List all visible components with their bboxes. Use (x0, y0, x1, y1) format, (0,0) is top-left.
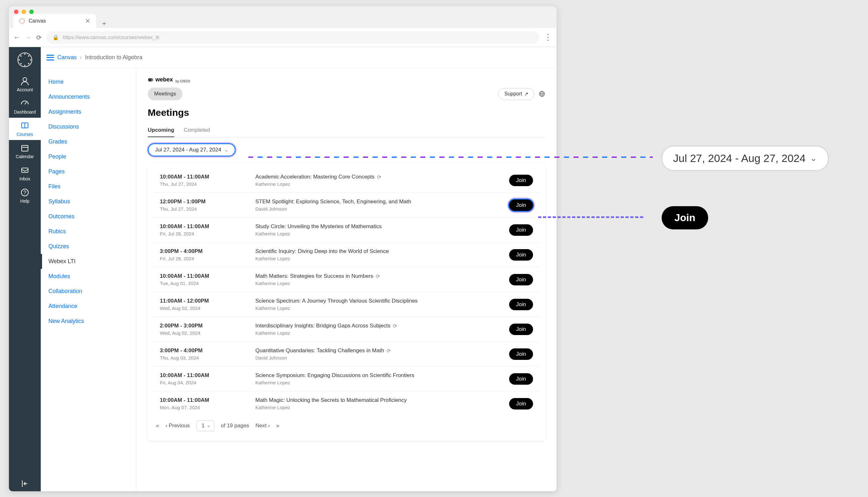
join-button[interactable]: Join (509, 398, 533, 410)
sidebar-link-assignments[interactable]: Assignments (41, 104, 136, 119)
join-button[interactable]: Join (509, 175, 533, 186)
join-button[interactable]: Join (509, 274, 533, 285)
join-button[interactable]: Join (509, 199, 533, 211)
sidebar-link-syllabus[interactable]: Syllabus (41, 194, 136, 209)
tab-title: Canvas (29, 18, 46, 24)
sidebar-link-grades[interactable]: Grades (41, 134, 136, 149)
back-button[interactable]: ← (13, 33, 20, 42)
meeting-title-col: Academic Acceleration: Mastering Core Co… (256, 174, 509, 187)
sidebar-link-discussions[interactable]: Discussions (41, 119, 136, 134)
meeting-row: 10:00AM - 11:00AMFri, Jul 28, 2024Study … (153, 218, 540, 242)
reload-button[interactable]: ⟳ (36, 34, 42, 41)
svg-point-8 (20, 63, 22, 64)
svg-point-10 (23, 77, 27, 82)
pager-first-button[interactable]: « (156, 423, 159, 429)
sidebar-link-people[interactable]: People (41, 149, 136, 164)
address-bar[interactable]: 🔒 https://www.canvas.com/courses/webex_l… (46, 31, 539, 44)
date-range-picker[interactable]: Jul 27, 2024 - Aug 27, 2024 ⌄ (148, 143, 236, 157)
sidebar-link-new-analytics[interactable]: New Analytics (41, 314, 136, 329)
sidebar-link-announcements[interactable]: Announcements (41, 89, 136, 104)
sidebar-link-pages[interactable]: Pages (41, 164, 136, 179)
breadcrumb-root[interactable]: Canvas (57, 54, 77, 61)
sidebar-link-collaboration[interactable]: Collaboration (41, 284, 136, 299)
sidebar-link-webex-lti[interactable]: Webex LTI (41, 254, 136, 269)
tab-upcoming[interactable]: Upcoming (148, 124, 174, 137)
meeting-date: Thu, Aug 03, 2024 (160, 355, 256, 360)
nav-courses[interactable]: Courses (9, 118, 41, 140)
pager-prev-label: Previous (169, 423, 190, 429)
minimize-window-icon[interactable] (22, 10, 26, 14)
chevron-right-icon: › (80, 54, 82, 61)
support-button[interactable]: Support ↗ (498, 88, 534, 100)
lock-icon: 🔒 (53, 34, 59, 40)
sidebar-link-attendance[interactable]: Attendance (41, 299, 136, 314)
meeting-host: Katherine Lopez (256, 380, 509, 385)
nav-calendar[interactable]: Calendar (9, 140, 41, 162)
tab-strip: Canvas ✕ ＋ (9, 16, 556, 28)
join-button[interactable]: Join (509, 349, 533, 360)
browser-chrome: Canvas ✕ ＋ ← → ⟳ 🔒 https://www.canvas.co… (9, 6, 556, 47)
pager-page-select[interactable]: 1 (196, 420, 214, 431)
collapse-nav-button[interactable] (15, 473, 35, 491)
content-area: Account Dashboard Courses Calendar Inbox… (9, 47, 556, 491)
svg-line-11 (25, 102, 26, 104)
meeting-time: 12:00PM - 1:00PM (160, 199, 256, 205)
meeting-title-col: Math Matters: Strategies for Success in … (256, 273, 509, 286)
nav-help[interactable]: ? Help (9, 185, 41, 207)
sidebar-link-quizzes[interactable]: Quizzes (41, 239, 136, 254)
nav-account[interactable]: Account (9, 73, 41, 96)
sidebar-link-outcomes[interactable]: Outcomes (41, 209, 136, 224)
tab-close-icon[interactable]: ✕ (85, 17, 91, 25)
pager-prev-button[interactable]: ‹ Previous (165, 423, 190, 429)
dashboard-icon (20, 99, 30, 108)
chevron-left-icon: ‹ (165, 423, 167, 429)
browser-menu-button[interactable]: ⋮ (544, 32, 552, 42)
webex-header: webex by CISCO (148, 76, 545, 83)
meeting-date: Fri, Jul 28, 2024 (160, 231, 256, 237)
globe-icon[interactable] (539, 91, 545, 97)
forward-button[interactable]: → (25, 33, 32, 42)
browser-tab-canvas[interactable]: Canvas ✕ (13, 14, 96, 28)
meeting-title-col: STEM Spotlight: Exploring Science, Tech,… (256, 199, 509, 212)
hamburger-menu-button[interactable] (46, 55, 54, 60)
close-window-icon[interactable] (14, 10, 18, 14)
recurring-icon: ⟳ (376, 273, 380, 279)
webex-logo: webex by CISCO (148, 76, 190, 83)
maximize-window-icon[interactable] (29, 10, 34, 14)
external-link-icon: ↗ (524, 91, 528, 97)
new-tab-button[interactable]: ＋ (99, 18, 109, 28)
nav-dashboard[interactable]: Dashboard (9, 96, 41, 118)
meeting-time-col: 11:00AM - 12:00PMWed, Aug 02, 2024 (160, 298, 256, 311)
meeting-date: Fri, Jul 28, 2024 (160, 256, 256, 261)
meeting-time-col: 3:00PM - 4:00PMThu, Aug 03, 2024 (160, 347, 256, 360)
inbox-icon (20, 166, 30, 175)
pager-next-label: Next (256, 423, 266, 429)
course-sidebar: HomeAnnouncementsAssignmentsDiscussionsG… (41, 68, 136, 491)
annotation-line (248, 157, 653, 158)
svg-point-6 (20, 55, 22, 57)
meeting-time-col: 10:00AM - 11:00AMThu, Jul 27, 2024 (160, 174, 256, 187)
meetings-chip[interactable]: Meetings (148, 87, 182, 100)
tab-completed[interactable]: Completed (184, 124, 210, 137)
meeting-time: 10:00AM - 11:00AM (160, 397, 256, 403)
nav-label: Help (20, 199, 30, 204)
meeting-title: Math Matters: Strategies for Success in … (256, 273, 509, 279)
join-button[interactable]: Join (509, 224, 533, 236)
nav-inbox[interactable]: Inbox (9, 162, 41, 185)
sidebar-link-files[interactable]: Files (41, 179, 136, 194)
pager-next-button[interactable]: Next › (256, 423, 270, 429)
pager-last-button[interactable]: » (276, 423, 279, 429)
sidebar-link-home[interactable]: Home (41, 74, 136, 89)
join-button[interactable]: Join (509, 299, 533, 310)
annotation-date-callout: Jul 27, 2024 - Aug 27, 2024 ⌄ (662, 146, 828, 171)
sidebar-link-modules[interactable]: Modules (41, 269, 136, 284)
join-button[interactable]: Join (509, 373, 533, 385)
meetings-list: 10:00AM - 11:00AMThu, Jul 27, 2024Academ… (148, 163, 545, 441)
nav-label: Courses (16, 132, 33, 137)
sidebar-link-rubics[interactable]: Rubics (41, 224, 136, 239)
join-button[interactable]: Join (509, 324, 533, 335)
meeting-time: 2:00PM - 3:00PM (160, 323, 256, 329)
canvas-logo-icon[interactable] (16, 52, 33, 68)
meeting-time: 10:00AM - 11:00AM (160, 174, 256, 180)
join-button[interactable]: Join (509, 249, 533, 260)
